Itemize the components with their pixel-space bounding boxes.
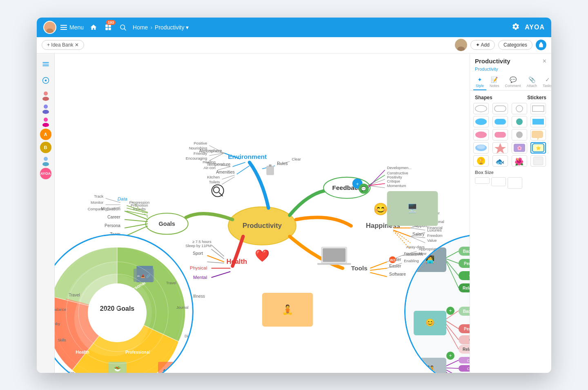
tab-notes[interactable]: 📝 Notes — [487, 75, 502, 90]
shape-sticker-fish[interactable]: 🐟 — [492, 155, 508, 167]
svg-text:Positivity: Positivity — [387, 175, 402, 179]
svg-text:Toilets: Toilets — [209, 180, 220, 184]
share-button[interactable] — [536, 40, 546, 50]
shape-circle-teal[interactable] — [512, 116, 527, 127]
svg-text:Background: Background — [463, 309, 470, 314]
svg-text:😊: 😊 — [373, 202, 388, 216]
tab-comment[interactable]: 💬 Comment — [503, 75, 523, 90]
breadcrumb-home[interactable]: Home — [133, 24, 148, 31]
shape-rounded-rect-outline[interactable] — [492, 103, 508, 114]
tab-tasks[interactable]: ✓ Tasks — [540, 75, 551, 90]
svg-text:Contact 2: Contact 2 — [467, 367, 470, 371]
svg-rect-269 — [494, 132, 506, 138]
left-sidebar: A B AYOA — [37, 53, 55, 373]
search-nav-icon[interactable] — [117, 22, 129, 33]
svg-point-13 — [42, 97, 49, 101]
shape-sticker-orange[interactable]: 🏆 — [473, 155, 489, 167]
svg-point-17 — [42, 123, 49, 127]
shape-sticker-pattern[interactable]: 🌸 — [512, 142, 527, 154]
svg-point-14 — [44, 105, 48, 109]
svg-point-133 — [214, 187, 220, 193]
svg-text:Nourishing: Nourishing — [189, 146, 207, 150]
svg-text:🧘: 🧘 — [282, 303, 294, 315]
shape-sticker-empty[interactable] — [530, 155, 546, 167]
svg-text:Contact 1: Contact 1 — [467, 359, 470, 363]
sidebar-nav-icon[interactable] — [38, 57, 53, 71]
svg-text:Kitchen: Kitchen — [207, 175, 220, 179]
breadcrumb: Home › Productivity ▾ — [133, 24, 189, 31]
box-size-row — [475, 177, 546, 189]
shape-sticker-flower[interactable]: 🌺 — [512, 155, 527, 167]
sidebar-gold-icon[interactable]: B — [40, 142, 51, 153]
svg-text:Relationship: Relationship — [463, 286, 470, 290]
shape-sticker-red[interactable] — [492, 142, 508, 154]
shape-sticker-1[interactable] — [530, 129, 546, 140]
categories-label: Categories — [503, 42, 527, 48]
shape-circle-outline[interactable] — [512, 103, 527, 114]
svg-text:+: + — [449, 353, 452, 359]
shape-rounded-rect-pink[interactable] — [492, 129, 508, 140]
shape-rect-outline[interactable] — [530, 103, 546, 114]
svg-rect-208 — [459, 335, 470, 344]
second-bar: + Idea Bank ✕ ✦ Add Categories — [37, 37, 551, 53]
box-size-medium[interactable] — [491, 177, 506, 186]
svg-rect-3 — [109, 25, 111, 27]
add-button[interactable]: ✦ Add — [470, 40, 495, 50]
svg-text:Air-con: Air-con — [203, 166, 216, 170]
home-nav-icon[interactable] — [88, 22, 99, 33]
sidebar-avatar-2[interactable] — [40, 103, 51, 114]
svg-text:Professional: Professional — [125, 350, 150, 354]
sidebar-avatar-1[interactable] — [40, 89, 51, 101]
panel-close-button[interactable]: × — [543, 58, 546, 65]
breadcrumb-dropdown-icon: ▾ — [186, 24, 189, 31]
svg-text:Illness: Illness — [193, 294, 205, 299]
tasks-nav-icon[interactable]: 193 — [102, 22, 114, 33]
ayoa-logo: AYOA — [525, 24, 545, 31]
user-avatar[interactable] — [43, 21, 56, 34]
svg-text:Friendly: Friendly — [194, 151, 207, 155]
svg-point-264 — [475, 118, 487, 125]
attach-tab-icon: 📎 — [528, 76, 535, 83]
canvas-area[interactable]: Productivity Goals Motivation Career Per… — [55, 53, 470, 373]
svg-text:Track: Track — [94, 194, 103, 198]
shape-sticker-selected[interactable]: ⭐ — [530, 142, 546, 154]
svg-point-270 — [516, 131, 523, 138]
tab-attach-label: Attach — [527, 84, 537, 88]
shape-oval-blue[interactable] — [473, 116, 489, 127]
hamburger-icon — [60, 25, 67, 30]
tab-style[interactable]: ✦ Style — [473, 75, 486, 90]
shape-rounded-rect-blue[interactable] — [492, 116, 508, 127]
svg-point-1 — [46, 28, 53, 33]
shapes-label: Shapes — [475, 95, 492, 100]
tab-attach[interactable]: 📎 Attach — [524, 75, 540, 90]
shape-oval-outline[interactable] — [473, 103, 489, 114]
svg-text:Developmen...: Developmen... — [387, 166, 412, 170]
box-size-large[interactable] — [508, 177, 522, 189]
sidebar-avatar-4[interactable] — [40, 155, 51, 166]
svg-rect-265 — [494, 119, 506, 125]
menu-button[interactable]: Menu — [60, 24, 84, 31]
shape-circle-gray[interactable] — [512, 129, 527, 140]
user-avatar-bar — [455, 39, 467, 51]
svg-text:+: + — [356, 181, 359, 187]
sidebar-map-icon[interactable] — [38, 73, 53, 88]
categories-button[interactable]: Categories — [498, 40, 532, 50]
svg-rect-4 — [105, 27, 108, 30]
svg-point-8 — [459, 41, 463, 46]
svg-text:Personality: Personality — [464, 327, 470, 331]
sidebar-multi-icon[interactable]: AYOA — [40, 168, 51, 179]
breadcrumb-current[interactable]: Productivity ▾ — [155, 24, 189, 31]
svg-text:Background: Background — [463, 249, 470, 254]
sidebar-orange-icon[interactable]: A — [40, 129, 51, 140]
sidebar-avatar-3[interactable] — [40, 116, 51, 127]
svg-rect-5 — [109, 27, 111, 30]
idea-bank-button[interactable]: + Idea Bank ✕ — [42, 40, 84, 50]
svg-text:✏ 📥 🔗: ✏ 📥 🔗 — [137, 274, 150, 278]
shape-rect-blue[interactable] — [530, 116, 546, 127]
svg-text:Constructive: Constructive — [387, 171, 408, 175]
svg-text:Amenities: Amenities — [216, 169, 234, 174]
box-size-small[interactable] — [475, 177, 490, 184]
shape-oval-pink[interactable] — [473, 129, 489, 140]
shape-sticker-blue[interactable] — [473, 142, 489, 154]
settings-icon[interactable] — [512, 22, 520, 32]
